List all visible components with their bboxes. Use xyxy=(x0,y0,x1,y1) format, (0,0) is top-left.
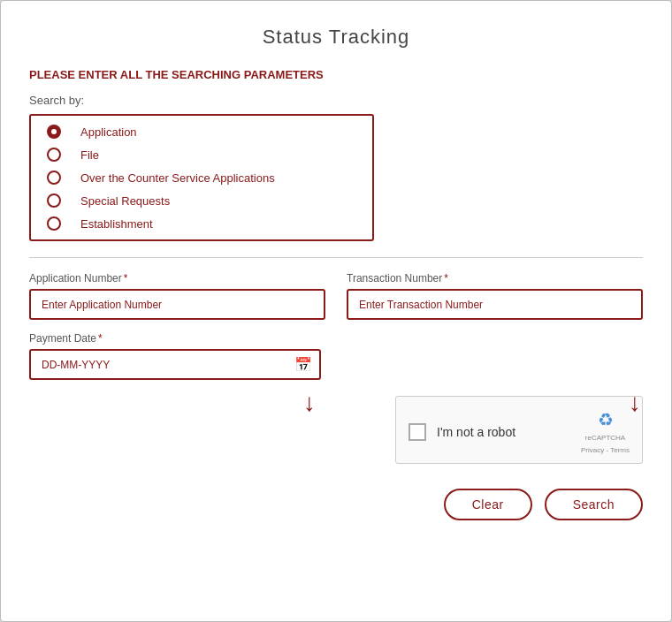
application-number-input[interactable] xyxy=(29,289,325,320)
payment-date-group: Payment Date* 📅 xyxy=(29,332,321,380)
top-fields-row: Application Number* Transaction Number* xyxy=(29,272,643,320)
page-title: Status Tracking xyxy=(29,26,643,49)
radio-item-1[interactable]: File xyxy=(47,148,356,162)
radio-item-4[interactable]: Establishment xyxy=(47,216,356,231)
captcha-box: I'm not a robot ♻ reCAPTCHA Privacy - Te… xyxy=(395,396,643,464)
radio-label-1: File xyxy=(80,148,99,162)
arrow-down-right: ↓ xyxy=(629,389,641,417)
transaction-number-input[interactable] xyxy=(347,289,643,320)
captcha-left: I'm not a robot xyxy=(409,423,515,441)
recaptcha-footer: Privacy - Terms xyxy=(581,446,630,455)
payment-date-input[interactable] xyxy=(29,349,321,380)
radio-circle-2 xyxy=(47,171,61,185)
divider xyxy=(29,257,643,258)
radio-item-0[interactable]: Application xyxy=(47,125,356,139)
captcha-area: ↓ ↓ I'm not a robot ♻ reCAPTCHA Privacy … xyxy=(29,396,643,464)
date-input-wrapper: 📅 xyxy=(29,349,321,380)
captcha-label: I'm not a robot xyxy=(437,425,515,439)
radio-circle-4 xyxy=(47,216,61,231)
radio-circle-3 xyxy=(47,193,61,208)
radio-item-3[interactable]: Special Requests xyxy=(47,193,356,208)
search-type-group: ApplicationFileOver the Counter Service … xyxy=(29,114,374,241)
radio-label-4: Establishment xyxy=(80,217,153,231)
radio-label-2: Over the Counter Service Applications xyxy=(80,171,275,185)
buttons-row: Clear Search xyxy=(29,489,643,520)
search-button[interactable]: Search xyxy=(545,489,643,520)
radio-label-0: Application xyxy=(80,125,137,139)
recaptcha-brand: reCAPTCHA xyxy=(585,434,625,443)
search-by-label: Search by: xyxy=(29,94,643,107)
application-number-label: Application Number* xyxy=(29,272,325,284)
radio-label-3: Special Requests xyxy=(80,194,170,208)
radio-circle-1 xyxy=(47,148,61,162)
arrow-down-left: ↓ xyxy=(303,389,316,417)
radio-circle-0 xyxy=(47,125,61,139)
status-tracking-modal: Status Tracking PLEASE ENTER ALL THE SEA… xyxy=(0,0,672,622)
transaction-number-label: Transaction Number* xyxy=(347,272,643,284)
captcha-checkbox[interactable] xyxy=(409,423,426,441)
section-label: PLEASE ENTER ALL THE SEARCHING PARAMETER… xyxy=(29,68,643,81)
radio-item-2[interactable]: Over the Counter Service Applications xyxy=(47,171,356,185)
application-number-group: Application Number* xyxy=(29,272,325,320)
payment-date-row: Payment Date* 📅 xyxy=(29,332,643,380)
captcha-right: ♻ reCAPTCHA Privacy - Terms xyxy=(581,409,630,454)
clear-button[interactable]: Clear xyxy=(444,489,532,520)
payment-date-label: Payment Date* xyxy=(29,332,321,345)
transaction-number-group: Transaction Number* xyxy=(347,272,643,320)
recaptcha-icon: ♻ xyxy=(598,409,614,430)
